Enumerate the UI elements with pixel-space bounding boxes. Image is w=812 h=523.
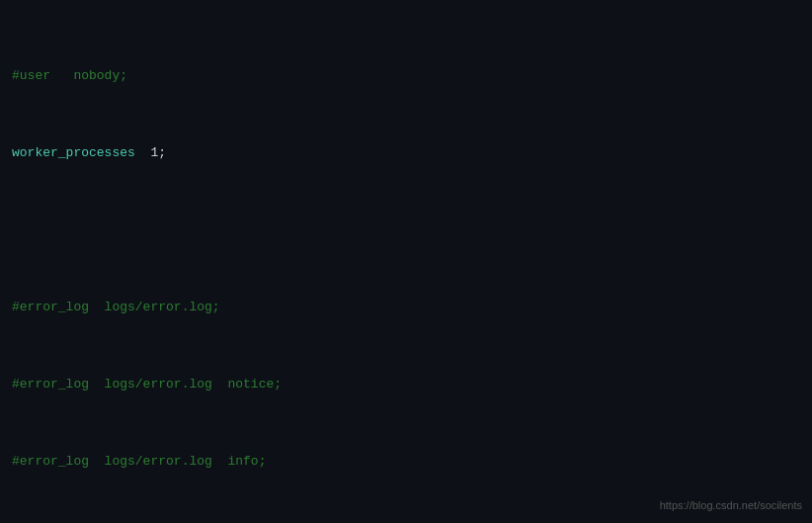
code-line: #user nobody; bbox=[12, 66, 800, 86]
code-text: worker_processes bbox=[12, 145, 135, 160]
code-text: #error_log logs/error.log notice; bbox=[12, 377, 282, 392]
code-editor: #user nobody; worker_processes 1; #error… bbox=[0, 0, 812, 523]
code-text: #error_log logs/error.log; bbox=[12, 300, 220, 314]
code-text: 1; bbox=[135, 145, 166, 160]
code-line: #error_log logs/error.log info; bbox=[12, 452, 800, 472]
code-line bbox=[12, 220, 800, 240]
watermark: https://blog.csdn.net/socilents bbox=[660, 497, 802, 514]
code-content: #user nobody; worker_processes 1; #error… bbox=[0, 0, 812, 523]
code-line: #error_log logs/error.log; bbox=[12, 298, 800, 317]
code-text: #error_log logs/error.log info; bbox=[12, 454, 266, 469]
code-line: worker_processes 1; bbox=[12, 143, 800, 163]
code-text: #user nobody; bbox=[12, 68, 127, 83]
code-line: #error_log logs/error.log notice; bbox=[12, 375, 800, 394]
